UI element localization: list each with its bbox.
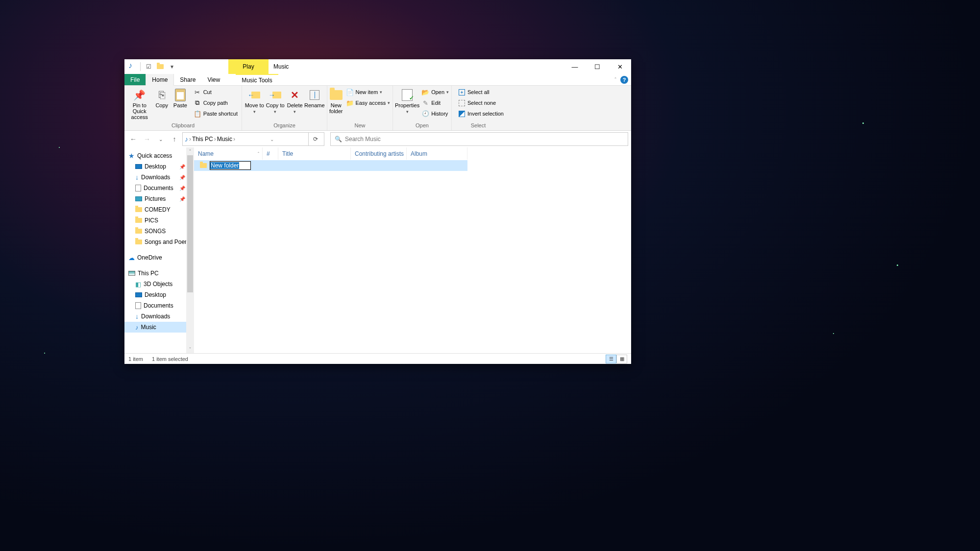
music-icon: ♪ [185, 135, 188, 143]
column-label: Name [198, 150, 214, 157]
downloads-icon [135, 312, 139, 320]
thumbnails-view-button[interactable]: ▦ [616, 355, 627, 363]
history-icon [421, 110, 429, 118]
back-button[interactable]: ← [127, 132, 139, 146]
copy-path-button[interactable]: ⧉Copy path [192, 97, 240, 108]
sidebar-item-downloads[interactable]: Downloads📌 [124, 172, 194, 183]
new-item-button[interactable]: New item [344, 87, 392, 97]
breadcrumb-music[interactable]: Music [217, 136, 232, 143]
open-button[interactable]: Open [419, 87, 451, 97]
sidebar-item-pictures[interactable]: Pictures📌 [124, 193, 194, 204]
tab-home[interactable]: Home [146, 74, 174, 86]
cut-button[interactable]: Cut [192, 87, 240, 97]
column-num[interactable]: # [263, 147, 278, 160]
sidebar-item-3d-objects[interactable]: 3D Objects [124, 279, 194, 289]
pin-icon: 📌 [179, 164, 185, 169]
ribbon: Pin to Quick access Copy Paste Cut ⧉Copy… [124, 86, 631, 131]
copy-to-button[interactable]: Copy to [265, 87, 285, 114]
move-to-button[interactable]: Move to [244, 87, 265, 114]
file-row-new-folder[interactable]: New folder [194, 160, 467, 171]
sidebar-item-music[interactable]: Music [124, 322, 194, 333]
explorer-window: ☑ ▾ Play Music — ☐ ✕ File Home Share Vie… [124, 59, 631, 364]
qat-properties-icon[interactable]: ☑ [145, 63, 152, 71]
sidebar-item-downloads-pc[interactable]: Downloads [124, 311, 194, 322]
sidebar-item-desktop-pc[interactable]: Desktop [124, 289, 194, 300]
easy-access-button[interactable]: Easy access [344, 97, 392, 108]
move-to-icon [248, 89, 261, 101]
navigation-pane: Quick access Desktop📌 Downloads📌 Documen… [124, 147, 194, 353]
invert-selection-button[interactable]: Invert selection [456, 108, 506, 119]
select-group-label: Select [452, 122, 505, 130]
minimize-ribbon-icon[interactable]: ˆ [614, 77, 616, 83]
qat-newfolder-icon[interactable] [156, 63, 164, 71]
sidebar-quick-access[interactable]: Quick access [124, 150, 194, 161]
minimize-button[interactable]: — [564, 59, 586, 74]
paste-button[interactable]: Paste [171, 87, 190, 108]
rename-label: Rename [304, 102, 325, 108]
pin-icon: 📌 [179, 196, 185, 202]
column-artists[interactable]: Contributing artists [351, 147, 407, 160]
column-title[interactable]: Title [278, 147, 351, 160]
scroll-up-icon[interactable]: ˆ [186, 147, 194, 155]
copy-path-icon: ⧉ [194, 99, 201, 107]
up-button[interactable]: ↑ [169, 132, 180, 146]
new-group-label: New [327, 122, 392, 130]
scroll-thumb[interactable] [187, 155, 193, 292]
paste-shortcut-button[interactable]: 📋Paste shortcut [192, 108, 240, 119]
documents-icon [135, 302, 141, 309]
close-button[interactable]: ✕ [609, 59, 631, 74]
qat-customize-icon[interactable]: ▾ [168, 63, 176, 71]
sidebar-item-documents-pc[interactable]: Documents [124, 300, 194, 311]
sidebar-scrollbar[interactable]: ˆ ˇ [186, 147, 194, 353]
file-list[interactable]: New folder [194, 160, 631, 353]
breadcrumb-separator: › [214, 136, 216, 143]
copy-button[interactable]: Copy [152, 87, 171, 108]
column-label: Contributing artists [355, 150, 404, 157]
easy-access-label: Easy access [356, 100, 386, 106]
sidebar-item-comedy[interactable]: COMEDY [124, 204, 194, 215]
sidebar-item-songs-and-poem[interactable]: Songs and Poem [124, 237, 194, 247]
recent-locations-button[interactable]: ⌄ [155, 132, 167, 146]
history-button[interactable]: History [419, 108, 451, 119]
column-headers: Nameˆ # Title Contributing artists Album [194, 147, 631, 160]
rename-button[interactable]: Rename [304, 87, 325, 108]
sidebar-onedrive[interactable]: OneDrive [124, 252, 194, 263]
select-none-button[interactable]: Select none [456, 97, 506, 108]
selection-count: 1 item selected [152, 356, 188, 362]
pin-to-quick-access-button[interactable]: Pin to Quick access [126, 87, 152, 120]
breadcrumb-thispc[interactable]: This PC [192, 136, 213, 143]
tab-file[interactable]: File [124, 74, 146, 85]
select-all-button[interactable]: Select all [456, 87, 506, 97]
edit-button[interactable]: Edit [419, 97, 451, 108]
delete-button[interactable]: Delete [286, 87, 304, 114]
new-folder-button[interactable]: New folder [329, 87, 343, 114]
forward-button[interactable]: → [141, 132, 153, 146]
rename-input[interactable]: New folder [210, 161, 251, 170]
address-bar-row: ← → ⌄ ↑ ♪ › This PC › Music › ⌄ ⟳ 🔍 [124, 131, 631, 147]
column-name[interactable]: Nameˆ [194, 147, 263, 160]
tab-music-tools[interactable]: Music Tools [236, 74, 278, 85]
column-album[interactable]: Album [407, 147, 467, 160]
open-group-label: Open [393, 122, 451, 130]
properties-button[interactable]: Properties [395, 87, 419, 114]
sidebar-item-desktop[interactable]: Desktop📌 [124, 161, 194, 172]
sidebar-item-songs[interactable]: SONGS [124, 226, 194, 237]
refresh-button[interactable]: ⟳ [308, 132, 322, 146]
maximize-button[interactable]: ☐ [586, 59, 609, 74]
tab-view[interactable]: View [201, 74, 226, 85]
edit-icon [421, 99, 429, 107]
details-view-button[interactable]: ☰ [606, 355, 616, 363]
scroll-down-icon[interactable]: ˇ [186, 345, 194, 353]
sidebar-this-pc[interactable]: This PC [124, 268, 194, 279]
search-input[interactable] [345, 136, 624, 143]
open-icon [421, 88, 429, 96]
tab-share[interactable]: Share [174, 74, 201, 85]
search-box[interactable]: 🔍 [330, 132, 628, 146]
sidebar-item-pics[interactable]: PICS [124, 215, 194, 226]
history-label: History [431, 111, 448, 117]
sidebar-item-documents[interactable]: Documents📌 [124, 183, 194, 193]
select-all-icon [458, 88, 466, 96]
help-icon[interactable]: ? [620, 76, 628, 84]
address-bar[interactable]: ♪ › This PC › Music › ⌄ ⟳ [182, 132, 324, 146]
address-dropdown-icon[interactable]: ⌄ [270, 137, 274, 142]
